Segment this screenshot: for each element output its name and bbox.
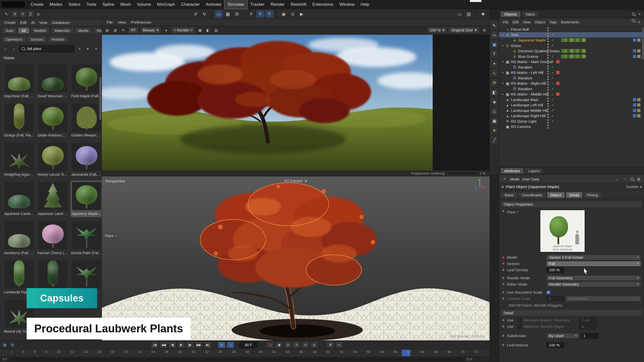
menu-item[interactable]: Help [357,0,372,9]
object-row[interactable]: ▲ Landscape Left Hill ✓ [499,102,644,108]
enabled-check-icon[interactable]: ✓ [551,119,555,123]
redshift-tag-icon[interactable] [556,28,559,31]
place-tool-label[interactable]: Place + [105,234,117,238]
record-button[interactable]: ● [266,342,274,348]
visibility-dots[interactable] [547,60,549,64]
object-menu-item[interactable]: File [501,20,510,24]
user-data-menu[interactable]: User Data [522,177,539,181]
enabled-check-icon[interactable]: ✓ [551,71,555,75]
attribute-tab[interactable]: Detail [566,192,582,198]
asset-plant-item[interactable]: Kentia Palm (Fall, Plant) [70,220,102,256]
enabled-check-icon[interactable]: ✓ [551,60,555,64]
asset-menu-item[interactable]: Databases [50,20,72,25]
lock-icon[interactable]: ▥ [635,176,642,182]
asset-plant-item[interactable]: Juneberry (Fall, Plant) [3,220,35,256]
custom-dropdown[interactable]: Custom [626,185,638,189]
hud-toggle-button[interactable]: ▭ [335,342,343,348]
enabled-check-icon[interactable]: ✓ [551,87,555,91]
visibility-dots[interactable] [547,54,549,59]
viewport-name-label[interactable]: Perspective [105,179,125,183]
tag-icons[interactable] [633,49,640,53]
redshift-tag-icon[interactable] [556,49,559,53]
render-viewport[interactable] [102,35,490,170]
object-row[interactable]: ▾ ▦ RS Matrix - Right Hill ✓ [499,81,644,86]
asset-plant-item[interactable]: Jacaranda (Fall, Plant) [70,141,102,178]
asset-menu-item[interactable]: Edit [18,20,29,25]
enabled-check-icon[interactable]: ✓ [551,38,555,42]
expand-caret-icon[interactable]: ▾ [501,44,505,47]
redshift-tag-icon[interactable] [556,109,559,112]
asset-plant-item[interactable]: Kanzan Cherry (Fall, Pl... [37,220,69,256]
leaf-density-field[interactable]: 100 % [546,267,564,273]
range-end-label[interactable]: 72 F [466,357,473,361]
panel-burger-icon[interactable]: ≡ [636,11,643,17]
go-to-end-button[interactable]: ▶| [204,342,211,348]
asset-plant-item[interactable]: Japanese Maple (Fall, ... [70,180,102,217]
tag-icons[interactable] [633,103,640,107]
menu-item[interactable]: Window [336,0,357,9]
object-row[interactable]: ⚄ Random ✓ [499,75,644,81]
redo-icon[interactable]: ↻ [200,10,209,18]
object-row[interactable]: + Focus Null [499,27,644,32]
aov-icon[interactable]: ● [163,27,169,33]
clear-search-icon[interactable]: × [76,46,83,52]
enabled-check-icon[interactable]: ✓ [551,54,555,58]
visibility-dots[interactable] [547,87,549,91]
attribute-tab[interactable]: Coordinates [518,192,546,198]
enabled-check-icon[interactable]: ✓ [551,33,555,37]
model-dropdown[interactable]: Variant 3 Full-Grown ▾ [546,255,641,260]
object-row[interactable]: ▣ RS Camera [499,124,644,129]
next-key-button[interactable]: ▶▶ [195,342,203,348]
visibility-dots[interactable] [547,27,549,31]
menu-item[interactable]: Mesh [117,0,134,9]
timeline-ruler[interactable]: 2468101214161820222426283032343638404244… [0,349,490,356]
object-row[interactable]: ▾ ψ Grass ✓ [499,43,644,49]
mode-dropdown[interactable]: Mode [510,177,520,181]
enabled-check-icon[interactable]: ✓ [551,81,555,85]
menu-item[interactable]: Modes [47,0,65,9]
asset-menu-item[interactable]: Create [2,20,18,25]
object-menu-item[interactable]: Object [533,20,547,24]
next-frame-button[interactable]: |▶ [186,342,194,348]
compare-icon[interactable]: ▥ [112,27,118,33]
menu-item[interactable]: Tracker [247,0,268,9]
redshift-tag-icon[interactable] [556,38,559,42]
key-rotation-button[interactable]: ⊙ [310,342,318,348]
key-position-button[interactable]: ⊙ [293,342,300,348]
attribute-tab[interactable]: Basic [501,192,517,198]
asset-plant-item[interactable]: Honey Locust 'Sunbur... [37,141,69,178]
tag-icons[interactable] [633,55,640,58]
visibility-dots[interactable] [547,108,549,113]
enabled-check-icon[interactable]: ✓ [551,65,555,69]
object-row[interactable]: ▲ Landscape Middle Hill ✓ [499,108,644,113]
object-row[interactable]: ▲ Landscape Main ✓ [499,97,644,103]
redshift-tag-icon[interactable] [556,60,559,63]
visibility-dots[interactable] [547,103,549,107]
visibility-dots[interactable] [547,49,549,53]
param-dot[interactable] [502,269,504,271]
side-tool-icon[interactable]: ▣ [491,41,498,48]
asset-plant-item[interactable]: Dog-Rose (Fall, Plant) [3,63,35,100]
asset-tab[interactable]: Scenes [27,36,47,42]
expand-caret-icon[interactable]: ▾ [501,60,505,63]
asset-tab[interactable]: Operators [2,36,26,42]
range-slider[interactable] [10,358,463,360]
filter-burger-icon[interactable]: ≡ [636,19,642,25]
browser-burger-icon[interactable]: ≡ [93,46,99,52]
param-dot[interactable] [502,325,504,328]
tag-icons[interactable] [633,98,640,101]
size-dropdown[interactable]: Original Size ▾ [449,27,479,33]
side-tool-icon[interactable]: ▭ [491,31,498,39]
redshift-tag-icon[interactable] [556,44,559,47]
visibility-dots[interactable] [547,33,549,37]
playback-rate-button[interactable]: ⚙ [327,342,334,348]
viewport-camera-label[interactable]: RS Camera ▣ [284,179,307,183]
side-tool-icon[interactable]: ▣ [491,117,498,125]
max-branch-checkbox[interactable] [518,325,522,329]
enabled-check-icon[interactable]: ✓ [551,43,555,48]
renderview-menu-item[interactable]: Preferences [129,20,153,24]
tag-icons[interactable] [633,38,640,42]
keyframe-dot[interactable] [502,262,504,265]
axis-lock-z[interactable]: Z [27,11,34,17]
tag-icons[interactable] [633,114,640,117]
